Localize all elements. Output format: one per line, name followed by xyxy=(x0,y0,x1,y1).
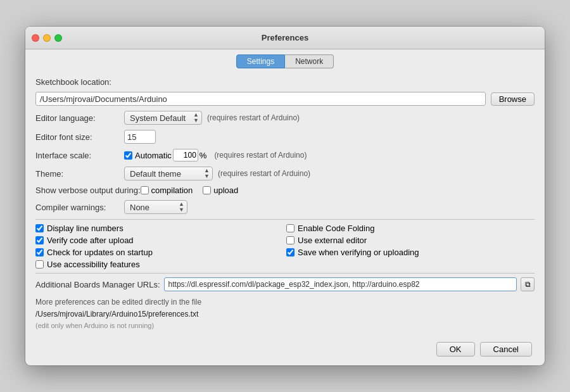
expand-icon: ⧉ xyxy=(525,280,531,289)
info-block: More preferences can be edited directly … xyxy=(35,296,535,332)
info-path: /Users/mjrovai/Library/Arduino15/prefere… xyxy=(35,308,535,320)
checkbox-save-verify: Save when verifying or uploading xyxy=(286,248,535,257)
external-editor-checkbox[interactable] xyxy=(286,236,294,244)
theme-note: (requires restart of Arduino) xyxy=(218,169,310,178)
editor-language-note: (requires restart of Arduino) xyxy=(207,113,300,122)
automatic-checkbox[interactable] xyxy=(124,151,132,160)
check-updates-label: Check for updates on startup xyxy=(47,248,153,257)
check-updates-checkbox[interactable] xyxy=(35,248,44,256)
settings-content: Sketchbook location: Browse Editor langu… xyxy=(25,68,545,365)
external-editor-label: Use external editor xyxy=(298,236,367,245)
sketchbook-label: Sketchbook location: xyxy=(35,77,111,87)
checkbox-code-folding: Enable Code Folding xyxy=(286,224,535,233)
maximize-button[interactable] xyxy=(54,34,62,42)
ok-button[interactable]: OK xyxy=(436,342,475,357)
compilation-checkbox[interactable] xyxy=(141,186,149,194)
code-folding-label: Enable Code Folding xyxy=(298,224,374,233)
sketchbook-input-row: Browse xyxy=(35,92,535,106)
separator2 xyxy=(35,273,535,274)
theme-row: Theme: Default theme ▲▼ (requires restar… xyxy=(35,167,535,180)
checkbox-external-editor: Use external editor xyxy=(286,236,535,245)
editor-language-label: Editor language: xyxy=(35,113,124,123)
upload-label: upload xyxy=(213,186,238,195)
sketchbook-input[interactable] xyxy=(35,92,486,106)
display-line-numbers-checkbox[interactable] xyxy=(35,224,44,232)
info-note: (edit only when Arduino is not running) xyxy=(35,320,535,332)
automatic-label: Automatic xyxy=(135,151,172,160)
editor-font-row: Editor font size: xyxy=(35,130,535,144)
verbose-label: Show verbose output during: xyxy=(35,186,141,195)
editor-language-select[interactable]: System Default xyxy=(124,111,202,125)
compilation-wrap: compilation xyxy=(141,186,193,195)
editor-language-row: Editor language: System Default ▲▼ (requ… xyxy=(35,111,535,125)
upload-wrap: upload xyxy=(203,186,238,195)
tab-settings[interactable]: Settings xyxy=(236,54,285,68)
checkbox-verify-code: Verify code after upload xyxy=(35,236,284,245)
compilation-label: compilation xyxy=(151,186,193,195)
interface-scale-label: Interface scale: xyxy=(35,151,124,160)
theme-label: Theme: xyxy=(35,169,124,179)
pct-symbol: % xyxy=(200,151,207,160)
traffic-lights xyxy=(32,34,62,42)
upload-checkbox[interactable] xyxy=(203,186,211,194)
compiler-warnings-select[interactable]: None xyxy=(124,200,187,214)
sketchbook-row: Sketchbook location: xyxy=(35,77,535,87)
titlebar: Preferences xyxy=(25,27,545,49)
minimize-button[interactable] xyxy=(43,34,51,42)
theme-select[interactable]: Default theme xyxy=(124,167,213,180)
checkboxes-section: Display line numbers Verify code after u… xyxy=(35,224,535,269)
verify-code-label: Verify code after upload xyxy=(47,236,134,245)
url-expand-button[interactable]: ⧉ xyxy=(521,277,535,291)
accessibility-checkbox[interactable] xyxy=(35,260,44,269)
separator xyxy=(35,219,535,220)
editor-language-select-wrap: System Default ▲▼ xyxy=(124,111,202,125)
compiler-warnings-select-wrap: None ▲▼ xyxy=(124,200,187,214)
display-line-numbers-label: Display line numbers xyxy=(47,224,124,233)
compiler-warnings-row: Compiler warnings: None ▲▼ xyxy=(35,200,535,214)
verbose-row: Show verbose output during: compilation … xyxy=(35,186,535,195)
code-folding-checkbox[interactable] xyxy=(286,224,294,232)
interface-scale-row: Interface scale: Automatic % (requires r… xyxy=(35,149,535,161)
accessibility-label: Use accessibility features xyxy=(47,260,140,269)
boards-url-input[interactable] xyxy=(164,277,517,291)
tab-bar: Settings Network xyxy=(25,49,545,68)
interface-scale-note: (requires restart of Arduino) xyxy=(214,151,307,160)
checkboxes-right: Enable Code Folding Use external editor … xyxy=(286,224,535,269)
tab-network[interactable]: Network xyxy=(285,54,334,68)
preferences-window: Preferences Settings Network Sketchbook … xyxy=(25,27,545,365)
scale-pct-input[interactable] xyxy=(173,149,198,161)
checkboxes-left: Display line numbers Verify code after u… xyxy=(35,224,284,269)
window-title: Preferences xyxy=(262,33,308,42)
close-button[interactable] xyxy=(32,34,39,42)
checkbox-check-updates: Check for updates on startup xyxy=(35,248,284,257)
cancel-button[interactable]: Cancel xyxy=(480,342,532,357)
editor-font-input[interactable] xyxy=(124,130,156,144)
compiler-warnings-label: Compiler warnings: xyxy=(35,203,124,212)
automatic-wrap: Automatic xyxy=(124,151,172,160)
boards-url-row: Additional Boards Manager URLs: ⧉ xyxy=(35,277,535,291)
info-line1: More preferences can be edited directly … xyxy=(35,296,535,308)
editor-font-label: Editor font size: xyxy=(35,132,124,142)
checkbox-display-line-numbers: Display line numbers xyxy=(35,224,284,233)
checkbox-accessibility: Use accessibility features xyxy=(35,260,284,269)
save-verify-label: Save when verifying or uploading xyxy=(298,248,419,257)
browse-button[interactable]: Browse xyxy=(491,92,535,106)
verify-code-checkbox[interactable] xyxy=(35,236,44,244)
boards-url-label: Additional Boards Manager URLs: xyxy=(35,280,160,289)
save-verify-checkbox[interactable] xyxy=(286,248,294,256)
theme-select-wrap: Default theme ▲▼ xyxy=(124,167,213,180)
bottom-buttons: OK Cancel xyxy=(35,338,535,359)
